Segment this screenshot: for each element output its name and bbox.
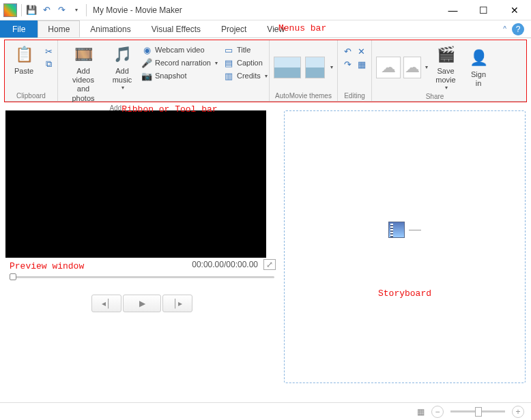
group-label: Share	[376, 93, 493, 102]
annotation-ribbon: Ribbon or Tool bar	[121, 104, 217, 115]
camera-icon: 📷	[141, 70, 152, 81]
credits-icon: ▥	[223, 70, 234, 81]
annotation-preview: Preview window	[10, 261, 84, 271]
visual-effects-tab[interactable]: Visual Effects	[141, 20, 211, 38]
film-icon: 🎞️	[72, 44, 94, 65]
add-videos-photos-button[interactable]: 🎞️ Add videos and photos	[62, 42, 104, 104]
file-menu[interactable]: File	[0, 20, 38, 38]
play-button[interactable]: ▶	[123, 295, 161, 312]
group-label: Add	[109, 104, 121, 115]
fullscreen-icon[interactable]: ⤢	[263, 259, 276, 270]
automovie-theme-thumb[interactable]	[305, 57, 325, 78]
save-movie-icon: 🎬	[435, 44, 457, 65]
storyboard-pane[interactable]: Storyboard	[284, 110, 526, 383]
separator	[21, 4, 22, 16]
copy-icon: ⧉	[43, 59, 54, 70]
group-label: Editing	[342, 92, 367, 101]
preview-pane: Preview window 00:00.00/00:00.00 ⤢ ◂│ ▶ …	[5, 110, 278, 383]
paste-button[interactable]: 📋 Paste	[9, 42, 39, 77]
user-icon: 👤	[468, 47, 489, 69]
clipboard-icon: 📋	[13, 44, 35, 65]
seek-thumb[interactable]	[10, 273, 16, 280]
timecode: 00:00.00/00:00.00	[192, 260, 258, 269]
add-media-icon[interactable]	[388, 222, 405, 238]
menu-bar: File Home Animations Visual Effects Proj…	[0, 20, 531, 38]
cut-button[interactable]: ✂	[42, 45, 55, 57]
credits-button[interactable]: ▥Credits▾	[222, 70, 269, 82]
status-bar: ▦ − +	[0, 402, 531, 420]
webcam-icon: ◉	[141, 44, 152, 55]
zoom-slider[interactable]	[450, 410, 505, 412]
ribbon-collapse-icon[interactable]: ^	[503, 25, 506, 33]
home-tab[interactable]: Home	[38, 20, 80, 38]
help-icon[interactable]: ?	[512, 23, 524, 35]
rotate-left-icon: ↶	[343, 46, 354, 57]
thumbnails-view-icon[interactable]: ▦	[417, 407, 425, 417]
group-label: AutoMovie themes	[274, 92, 333, 101]
maximize-button[interactable]: ☐	[468, 1, 499, 20]
save-icon[interactable]: 💾	[26, 5, 37, 16]
separator	[86, 4, 87, 16]
preview-viewport[interactable]	[5, 110, 266, 258]
window-title: My Movie - Movie Maker	[93, 5, 182, 15]
rotate-right-icon: ↷	[343, 59, 354, 70]
title-icon: ▭	[223, 44, 234, 55]
zoom-out-button[interactable]: −	[431, 406, 444, 418]
rotate-right-button[interactable]: ↷▦	[341, 58, 369, 70]
webcam-video-button[interactable]: ◉Webcam video	[140, 44, 219, 56]
zoom-in-button[interactable]: +	[512, 406, 524, 418]
qat-dropdown-icon[interactable]: ▾	[71, 5, 82, 16]
scissors-icon: ✂	[43, 46, 54, 57]
ribbon-outline: 📋 Paste ✂ ⧉ Clipboard 🎞️ Add videos and …	[4, 40, 527, 102]
more-themes-icon[interactable]: ▾	[330, 64, 333, 70]
project-tab[interactable]: Project	[211, 20, 257, 38]
caption-button[interactable]: ▤Caption	[222, 57, 269, 69]
storyboard-placeholder-line	[409, 230, 421, 230]
publish-thumb[interactable]: ☁	[376, 57, 401, 78]
ribbon: 📋 Paste ✂ ⧉ Clipboard 🎞️ Add videos and …	[5, 40, 526, 102]
microphone-icon: 🎤	[141, 57, 152, 68]
minimize-button[interactable]: —	[437, 1, 468, 20]
prev-frame-button[interactable]: ◂│	[91, 295, 121, 312]
close-button[interactable]: ✕	[499, 1, 530, 20]
app-icon	[3, 3, 17, 17]
add-music-button[interactable]: 🎵 Add music▾	[107, 42, 137, 93]
record-narration-button[interactable]: 🎤Record narration▾	[140, 57, 219, 69]
sign-in-button[interactable]: 👤 Sign in	[463, 46, 493, 89]
workspace: Preview window 00:00.00/00:00.00 ⤢ ◂│ ▶ …	[0, 104, 531, 390]
automovie-theme-thumb[interactable]	[274, 57, 301, 78]
redo-icon[interactable]: ↷	[56, 5, 67, 16]
rotate-left-button[interactable]: ↶✕	[341, 45, 369, 57]
snapshot-button[interactable]: 📷Snapshot	[140, 70, 219, 82]
group-label: Clipboard	[9, 92, 53, 101]
seek-bar[interactable]	[5, 271, 278, 282]
undo-icon[interactable]: ↶	[41, 5, 52, 16]
title-button[interactable]: ▭Title	[222, 44, 269, 56]
next-frame-button[interactable]: │▸	[162, 295, 192, 312]
annotation-menus: Menus bar	[278, 23, 326, 33]
save-movie-button[interactable]: 🎬 Save movie▾	[431, 42, 461, 93]
publish-thumb[interactable]: ☁	[403, 57, 421, 78]
copy-button[interactable]: ⧉	[42, 58, 55, 70]
music-icon: 🎵	[111, 44, 133, 65]
caption-icon: ▤	[223, 57, 234, 68]
delete-icon: ✕	[356, 46, 367, 57]
select-all-icon: ▦	[356, 59, 367, 70]
annotation-storyboard: Storyboard	[378, 288, 431, 299]
title-bar: 💾 ↶ ↷ ▾ My Movie - Movie Maker — ☐ ✕	[0, 0, 531, 20]
more-share-icon[interactable]: ▾	[425, 64, 428, 70]
animations-tab[interactable]: Animations	[80, 20, 141, 38]
